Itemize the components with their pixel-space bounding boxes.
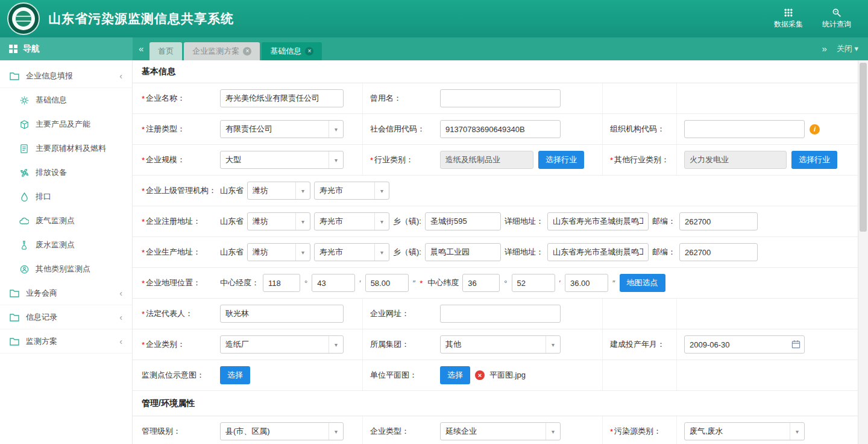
sidebar-item-other-monitoring[interactable]: 其他类别监测点 bbox=[0, 257, 132, 281]
scale-select[interactable]: 大型▾ bbox=[220, 151, 344, 169]
sidebar-item-basic-info[interactable]: 基础信息 bbox=[0, 88, 132, 112]
group-select[interactable]: 其他▾ bbox=[440, 335, 561, 354]
mgmt-level-select[interactable]: 县(市、区属)▾ bbox=[220, 422, 344, 440]
reg-address-zip-input[interactable] bbox=[679, 212, 758, 230]
header-actions: 数据采集 统计查询 bbox=[774, 8, 851, 30]
sidebar-item-water-monitoring[interactable]: 废水监测点 bbox=[0, 233, 132, 257]
reg-address-label: *企业注册地址： bbox=[142, 216, 220, 227]
sidebar-group-monitor-plan[interactable]: 监测方案 ‹ bbox=[0, 329, 132, 354]
company-name-input[interactable] bbox=[220, 89, 344, 107]
longitude-degree-input[interactable] bbox=[263, 274, 300, 292]
scrollbar-thumb[interactable] bbox=[860, 63, 867, 232]
chevron-down-icon: ▾ bbox=[329, 151, 343, 168]
required-mark: * bbox=[142, 217, 145, 226]
magnifier-icon bbox=[832, 8, 841, 17]
info-icon[interactable]: i bbox=[810, 124, 820, 135]
prod-address-detail-input[interactable] bbox=[547, 243, 649, 261]
org-code-input[interactable] bbox=[684, 120, 805, 138]
sidebar-item-gas-monitoring[interactable]: 废气监测点 bbox=[0, 209, 132, 233]
select-other-industry-button[interactable]: 选择行业 bbox=[791, 151, 837, 169]
chevron-down-icon: ▾ bbox=[329, 121, 343, 138]
reg-address-town-input[interactable] bbox=[425, 212, 501, 230]
form-row-parent-org: *企业上级管理机构： 山东省 潍坊▾ 寿光市▾ bbox=[133, 176, 858, 206]
minute-symbol: ′ bbox=[359, 279, 361, 288]
site-sketch-label: 监测点位示意图： bbox=[142, 370, 220, 381]
required-mark: * bbox=[142, 309, 145, 319]
latitude-second-input[interactable] bbox=[565, 274, 608, 292]
form-row-prod-address: *企业生产地址： 山东省 潍坊▾ 寿光市▾ 乡（镇): 详细地址： 邮编： bbox=[133, 237, 858, 268]
chevron-down-icon: ▾ bbox=[374, 244, 389, 261]
prod-address-zip-input[interactable] bbox=[679, 243, 758, 261]
app-logo bbox=[7, 2, 40, 35]
calendar-icon[interactable] bbox=[791, 340, 800, 350]
delete-file-icon[interactable]: × bbox=[475, 370, 485, 380]
data-collection-button[interactable]: 数据采集 bbox=[774, 8, 803, 30]
sidebar-nav-header: 导航 bbox=[0, 37, 133, 60]
prod-address-city-select[interactable]: 潍坊▾ bbox=[247, 243, 310, 261]
document-icon bbox=[19, 144, 29, 153]
tab-basic-info-label: 基础信息 bbox=[270, 42, 301, 60]
close-icon[interactable]: × bbox=[305, 47, 313, 56]
legal-rep-input[interactable] bbox=[220, 305, 344, 323]
required-mark: * bbox=[142, 125, 145, 134]
ent-type-select[interactable]: 延续企业▾ bbox=[440, 422, 561, 440]
required-mark: * bbox=[142, 94, 145, 103]
parent-org-county-select[interactable]: 寿光市▾ bbox=[314, 182, 389, 200]
select-industry-button[interactable]: 选择行业 bbox=[538, 151, 584, 169]
latitude-degree-input[interactable] bbox=[462, 274, 500, 292]
longitude-minute-input[interactable] bbox=[312, 274, 355, 292]
select-site-sketch-button[interactable]: 选择 bbox=[220, 366, 250, 384]
company-name-label: *企业名称： bbox=[142, 93, 220, 104]
sidebar: 企业信息填报 ‹ 基础信息 主要产品及产能 主要原辅材料及燃料 排放设备 排口 … bbox=[0, 60, 133, 444]
statistics-query-button[interactable]: 统计查询 bbox=[822, 8, 851, 30]
tabs-scroll-left-icon[interactable]: « bbox=[133, 37, 149, 60]
sidebar-group-business-consult[interactable]: 业务会商 ‹ bbox=[0, 281, 132, 305]
prod-address-town-input[interactable] bbox=[425, 243, 501, 261]
tab-home[interactable]: 首页 bbox=[149, 42, 182, 60]
prod-address-county-select[interactable]: 寿光市▾ bbox=[314, 243, 389, 261]
map-pick-button[interactable]: 地图选点 bbox=[620, 274, 665, 292]
company-category-select[interactable]: 造纸厂▾ bbox=[220, 335, 344, 354]
sidebar-item-label: 废气监测点 bbox=[36, 215, 75, 226]
form-row-reg-type: *注册类型： 有限责任公司▾ 社会信用代码： 组织机构代码： i bbox=[133, 114, 858, 145]
vertical-scrollbar[interactable] bbox=[858, 60, 868, 444]
reg-type-select[interactable]: 有限责任公司▾ bbox=[220, 120, 344, 138]
person-circle-icon bbox=[19, 264, 29, 274]
website-input[interactable] bbox=[440, 305, 561, 323]
pollution-type-select[interactable]: 废气,废水▾ bbox=[684, 422, 805, 440]
select-unit-plan-button[interactable]: 选择 bbox=[440, 366, 470, 384]
reg-address-county-select[interactable]: 寿光市▾ bbox=[314, 212, 389, 230]
sidebar-group-info-record[interactable]: 信息记录 ‹ bbox=[0, 305, 132, 329]
tabs-scroll-right-icon[interactable]: » bbox=[816, 37, 833, 60]
reg-address-detail-input[interactable] bbox=[547, 212, 649, 230]
second-symbol: ″ bbox=[412, 279, 417, 288]
former-name-input[interactable] bbox=[440, 89, 561, 107]
sidebar-item-materials[interactable]: 主要原辅材料及燃料 bbox=[0, 136, 132, 160]
folder-icon bbox=[10, 312, 19, 322]
parent-org-city-select[interactable]: 潍坊▾ bbox=[247, 182, 310, 200]
tab-basic-info[interactable]: 基础信息 × bbox=[262, 42, 322, 60]
reg-address-city-select[interactable]: 潍坊▾ bbox=[247, 212, 310, 230]
sidebar-group-label: 监测方案 bbox=[26, 336, 57, 347]
form-row-geo-location: *企业地理位置： 中心经度： ° ′ ″ * 中心纬度 ° ′ ″ 地图选点 bbox=[133, 268, 858, 299]
sidebar-group-enterprise-info[interactable]: 企业信息填报 ‹ bbox=[0, 64, 132, 88]
required-mark: * bbox=[610, 427, 613, 436]
tab-enterprise-monitor-plan[interactable]: 企业监测方案 × bbox=[184, 42, 260, 60]
longitude-second-input[interactable] bbox=[365, 274, 409, 292]
detail-address-label: 详细地址： bbox=[505, 216, 544, 227]
sidebar-item-label: 基础信息 bbox=[36, 95, 67, 106]
chevron-down-icon: ▾ bbox=[329, 336, 343, 353]
close-tabs-menu[interactable]: 关闭 ▾ bbox=[833, 37, 868, 60]
sidebar-item-outlet[interactable]: 排口 bbox=[0, 185, 132, 209]
close-icon[interactable]: × bbox=[243, 47, 251, 56]
build-date-input[interactable] bbox=[684, 335, 805, 354]
form-row-legal-rep: *法定代表人： 企业网址： bbox=[133, 299, 858, 329]
sidebar-item-emission-equipment[interactable]: 排放设备 bbox=[0, 160, 132, 185]
group-label: 所属集团： bbox=[363, 339, 440, 350]
latitude-minute-input[interactable] bbox=[512, 274, 555, 292]
detail-address-label: 详细地址： bbox=[505, 247, 544, 258]
sidebar-item-products[interactable]: 主要产品及产能 bbox=[0, 112, 132, 136]
chevron-left-icon: ‹ bbox=[119, 337, 122, 346]
credit-code-input[interactable] bbox=[440, 120, 561, 138]
sidebar-group-label: 信息记录 bbox=[26, 312, 57, 323]
